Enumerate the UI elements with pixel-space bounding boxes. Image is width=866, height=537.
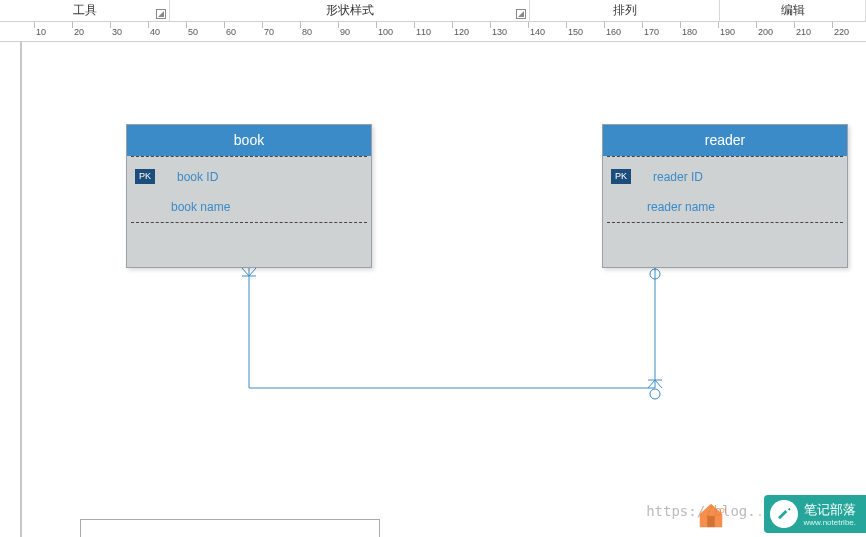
attribute-label: book ID — [177, 170, 218, 184]
entity-book[interactable]: book PK book ID book name — [126, 124, 372, 268]
ribbon-group-arrange[interactable]: 排列 — [530, 0, 720, 21]
entity-body: PK book ID book name — [127, 157, 371, 222]
horizontal-ruler[interactable]: 1020304050607080901001101201301401501601… — [0, 22, 866, 42]
svg-rect-8 — [707, 516, 715, 527]
attribute-row[interactable]: PK reader ID — [603, 161, 847, 192]
ruler-tick — [490, 22, 491, 28]
ruler-tick — [338, 22, 339, 28]
ribbon-group-label: 形状样式 — [326, 2, 374, 19]
ruler-label: 10 — [36, 27, 46, 37]
svg-line-2 — [249, 268, 256, 276]
ruler-label: 30 — [112, 27, 122, 37]
ruler-tick — [186, 22, 187, 28]
ruler-label: 180 — [682, 27, 697, 37]
entity-title: book — [127, 125, 371, 156]
ruler-label: 120 — [454, 27, 469, 37]
ruler-label: 220 — [834, 27, 849, 37]
ruler-label: 160 — [606, 27, 621, 37]
ruler-tick — [300, 22, 301, 28]
pk-badge: PK — [135, 169, 155, 184]
ruler-tick — [680, 22, 681, 28]
ruler-label: 60 — [226, 27, 236, 37]
divider — [607, 222, 843, 223]
pk-badge: PK — [611, 169, 631, 184]
ruler-label: 20 — [74, 27, 84, 37]
svg-point-3 — [650, 269, 660, 279]
ruler-label: 40 — [150, 27, 160, 37]
ruler-label: 170 — [644, 27, 659, 37]
dialog-launcher-icon[interactable] — [516, 9, 526, 19]
ruler-label: 210 — [796, 27, 811, 37]
ruler-tick — [110, 22, 111, 28]
entity-reader[interactable]: reader PK reader ID reader name — [602, 124, 848, 268]
attribute-row[interactable]: book name — [127, 192, 371, 222]
ribbon-group-tools[interactable]: 工具 — [0, 0, 170, 21]
ruler-label: 100 — [378, 27, 393, 37]
ruler-tick — [262, 22, 263, 28]
ruler-tick — [528, 22, 529, 28]
ribbon: 工具 形状样式 排列 编辑 — [0, 0, 866, 22]
badge-title: 笔记部落 — [804, 502, 856, 517]
ruler-label: 50 — [188, 27, 198, 37]
ribbon-group-label: 编辑 — [781, 2, 805, 19]
ribbon-group-edit[interactable]: 编辑 — [720, 0, 866, 21]
entity-body: PK reader ID reader name — [603, 157, 847, 222]
ruler-label: 70 — [264, 27, 274, 37]
connector-layer — [0, 42, 866, 537]
svg-line-5 — [648, 380, 655, 388]
ruler-tick — [376, 22, 377, 28]
pencil-icon — [770, 500, 798, 528]
ruler-tick — [604, 22, 605, 28]
badge-subtitle: www.notetribe. — [804, 519, 856, 527]
attribute-row[interactable]: reader name — [603, 192, 847, 222]
ruler-label: 190 — [720, 27, 735, 37]
dialog-launcher-icon[interactable] — [156, 9, 166, 19]
attribute-label: book name — [171, 200, 230, 214]
ruler-tick — [224, 22, 225, 28]
divider — [131, 222, 367, 223]
ruler-tick — [72, 22, 73, 28]
ruler-label: 150 — [568, 27, 583, 37]
ribbon-group-label: 排列 — [613, 2, 637, 19]
ribbon-group-shape-styles[interactable]: 形状样式 — [170, 0, 530, 21]
ruler-tick — [148, 22, 149, 28]
notetribe-badge: 笔记部落 www.notetribe. — [764, 495, 866, 533]
svg-line-1 — [242, 268, 249, 276]
drawing-canvas[interactable]: book PK book ID book name reader PK read… — [0, 42, 866, 537]
page-margin-line — [20, 42, 22, 537]
ruler-label: 200 — [758, 27, 773, 37]
ruler-label: 80 — [302, 27, 312, 37]
ruler-tick — [566, 22, 567, 28]
ruler-tick — [34, 22, 35, 28]
ruler-label: 130 — [492, 27, 507, 37]
office-logo-icon: Office教程网 — [696, 499, 726, 529]
entity-title: reader — [603, 125, 847, 156]
attribute-row[interactable]: PK book ID — [127, 161, 371, 192]
ruler-label: 110 — [416, 27, 431, 37]
ruler-tick — [794, 22, 795, 28]
svg-text:Office教程网: Office教程网 — [719, 507, 726, 514]
ruler-tick — [756, 22, 757, 28]
ruler-label: 90 — [340, 27, 350, 37]
ribbon-group-label: 工具 — [73, 2, 97, 19]
ruler-tick — [414, 22, 415, 28]
attribute-label: reader name — [647, 200, 715, 214]
svg-line-6 — [655, 380, 662, 388]
attribute-label: reader ID — [653, 170, 703, 184]
svg-point-7 — [650, 389, 660, 399]
ruler-tick — [718, 22, 719, 28]
ruler-tick — [642, 22, 643, 28]
ruler-tick — [832, 22, 833, 28]
ruler-tick — [452, 22, 453, 28]
ruler-label: 140 — [530, 27, 545, 37]
shape-text-input[interactable] — [80, 519, 380, 537]
